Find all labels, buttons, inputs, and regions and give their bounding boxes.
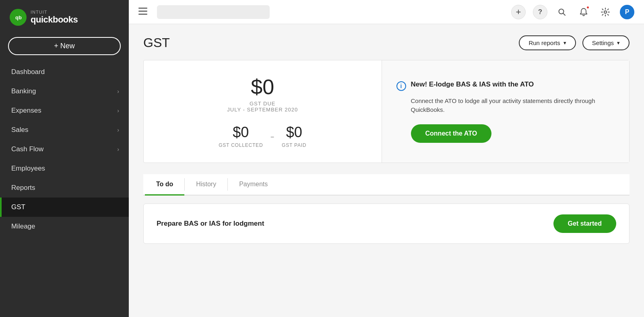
- gst-collected-paid-row: $0 GST COLLECTED - $0 GST PAID: [219, 124, 306, 148]
- sidebar-item-mileage[interactable]: Mileage: [0, 217, 129, 236]
- sidebar-item-dashboard[interactable]: Dashboard: [0, 62, 129, 82]
- page-content: GST Run reports ▾ Settings ▾ $0 GST DUE …: [129, 24, 644, 317]
- tab-history[interactable]: History: [185, 174, 227, 196]
- info-heading: New! E-lodge BAS & IAS with the ATO: [411, 80, 534, 89]
- svg-rect-4: [138, 14, 147, 15]
- chevron-down-icon: ▾: [564, 40, 566, 46]
- sidebar-item-banking[interactable]: Banking ›: [0, 82, 129, 101]
- quickbooks-logo-icon: qb: [10, 9, 27, 26]
- hamburger-menu-icon[interactable]: [138, 7, 147, 17]
- search-bar[interactable]: [157, 5, 270, 19]
- gst-info-section: i New! E-lodge BAS & IAS with the ATO Co…: [382, 60, 630, 163]
- chevron-right-icon: ›: [117, 146, 119, 152]
- info-icon: i: [396, 81, 406, 91]
- sidebar-item-sales[interactable]: Sales ›: [0, 120, 129, 140]
- page-header: GST Run reports ▾ Settings ▾: [143, 35, 630, 50]
- topbar-right: + ?: [511, 5, 634, 19]
- page-title: GST: [143, 35, 170, 50]
- svg-text:qb: qb: [15, 14, 22, 21]
- connect-ato-button[interactable]: Connect the ATO: [411, 124, 492, 143]
- tab-todo[interactable]: To do: [145, 174, 184, 196]
- tabs-bar: To do History Payments: [143, 174, 630, 196]
- todo-item-bas: Prepare BAS or IAS for lodgment Get star…: [144, 204, 629, 243]
- info-heading-row: i New! E-lodge BAS & IAS with the ATO: [396, 80, 615, 91]
- run-reports-button[interactable]: Run reports ▾: [519, 35, 576, 50]
- sidebar-item-gst[interactable]: GST: [0, 198, 129, 217]
- sidebar-nav: Dashboard Banking › Expenses › Sales › C…: [0, 62, 129, 236]
- svg-point-7: [604, 11, 607, 13]
- topbar: + ?: [129, 0, 644, 24]
- get-started-button[interactable]: Get started: [553, 214, 616, 233]
- sidebar-item-expenses[interactable]: Expenses ›: [0, 101, 129, 120]
- chevron-down-icon: ▾: [617, 40, 620, 46]
- info-body: Connect the ATO to lodge all your activi…: [396, 97, 615, 115]
- settings-icon[interactable]: [598, 5, 613, 19]
- help-icon[interactable]: ?: [533, 5, 547, 19]
- svg-rect-3: [138, 10, 147, 12]
- notification-icon[interactable]: [576, 5, 591, 19]
- gst-due-amount: $0: [251, 75, 274, 99]
- chevron-right-icon: ›: [117, 107, 119, 114]
- logo-text: intuit quickbooks: [31, 10, 78, 25]
- notification-badge: [586, 6, 590, 9]
- settings-button[interactable]: Settings ▾: [582, 35, 630, 50]
- sidebar: qb intuit quickbooks + New Dashboard Ban…: [0, 0, 129, 317]
- cursor-indicator: [542, 6, 545, 10]
- chevron-right-icon: ›: [117, 88, 119, 95]
- sidebar-item-cashflow[interactable]: Cash Flow ›: [0, 140, 129, 159]
- gst-due-label: GST DUE JULY - SEPTEMBER 2020: [227, 101, 298, 113]
- new-button-label: + New: [54, 42, 75, 50]
- logo-quickbooks: quickbooks: [31, 14, 78, 25]
- logo-intuit: intuit: [31, 10, 78, 14]
- new-button[interactable]: + New: [8, 37, 121, 55]
- main-content: + ?: [129, 0, 644, 317]
- todo-section: Prepare BAS or IAS for lodgment Get star…: [143, 204, 630, 244]
- search-icon[interactable]: [555, 5, 569, 19]
- gst-paid-col: $0 GST PAID: [282, 124, 306, 148]
- avatar[interactable]: P: [620, 5, 634, 19]
- gst-collected-col: $0 GST COLLECTED: [219, 124, 263, 148]
- gst-due-section: $0 GST DUE JULY - SEPTEMBER 2020 $0 GST …: [144, 60, 382, 163]
- gst-summary-card: $0 GST DUE JULY - SEPTEMBER 2020 $0 GST …: [143, 60, 630, 163]
- header-actions: Run reports ▾ Settings ▾: [519, 35, 630, 50]
- svg-line-6: [563, 13, 565, 15]
- svg-rect-2: [138, 8, 147, 9]
- logo: qb intuit quickbooks: [0, 0, 129, 34]
- tab-payments[interactable]: Payments: [228, 174, 279, 196]
- chevron-right-icon: ›: [117, 127, 119, 133]
- gst-dash: -: [270, 129, 275, 144]
- sidebar-item-reports[interactable]: Reports: [0, 178, 129, 198]
- add-icon[interactable]: +: [511, 5, 526, 19]
- todo-item-label: Prepare BAS or IAS for lodgment: [157, 220, 264, 228]
- sidebar-item-employees[interactable]: Employees: [0, 159, 129, 178]
